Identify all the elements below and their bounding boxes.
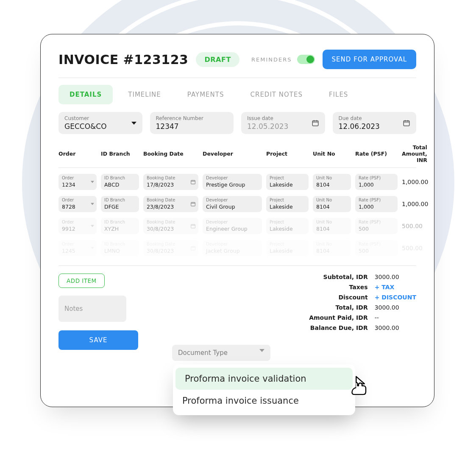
line-items-table: OrderID BranchBooking DateDeveloperProje… (58, 144, 416, 256)
reference-label: Reference Number (156, 115, 228, 121)
table-row: Order1245ID BranchLMNOBooking Date30/8/2… (58, 240, 416, 256)
notes-placeholder: Notes (64, 305, 83, 313)
order-select[interactable]: Order1234 (58, 174, 97, 190)
row-total: 500.00 (402, 245, 425, 251)
customer-label: Customer (64, 115, 127, 121)
document-type-dropdown: Proforma invoice validationProforma invo… (173, 364, 355, 415)
customer-select[interactable]: Customer GECCO&CO (58, 112, 142, 134)
booking-date-input[interactable]: Booking Date17/8/2023 (143, 174, 198, 190)
document-type-select[interactable]: Document Type (172, 345, 270, 361)
order-select[interactable]: Order9912 (58, 218, 97, 234)
row-total: 1,000.00 (402, 179, 431, 185)
total-label: Balance Due, IDR (309, 324, 368, 331)
dropdown-option[interactable]: Proforma invoice validation (175, 368, 353, 390)
developer-input[interactable]: DeveloperEngineer Group (203, 218, 262, 234)
svg-rect-4 (191, 224, 195, 228)
order-select[interactable]: Order8728 (58, 196, 97, 212)
developer-input[interactable]: DeveloperJacket Group (203, 240, 262, 256)
chevron-down-icon (91, 181, 94, 183)
column-header: Total Amount, INR (402, 144, 427, 163)
total-value: 3000.00 (375, 274, 416, 280)
branch-input[interactable]: ID BranchDFGE (101, 196, 139, 212)
total-label: Discount (309, 294, 368, 301)
project-input[interactable]: ProjectLakeside (266, 174, 309, 190)
row-total: 1,000.00 (402, 201, 431, 207)
footer-left: ADD ITEM Notes SAVE (58, 274, 309, 350)
total-value: 3000.00 (375, 324, 416, 331)
developer-input[interactable]: DeveloperCivil Group (203, 196, 262, 212)
chevron-down-icon (91, 247, 94, 249)
rate-input[interactable]: Rate (PSF)500 (355, 240, 398, 256)
tab-payments[interactable]: PAYMENTS (176, 85, 235, 104)
project-input[interactable]: ProjectLakeside (266, 218, 309, 234)
total-label: Total, IDR (309, 304, 368, 311)
reference-value: 12347 (156, 122, 228, 131)
branch-input[interactable]: ID BranchABCD (101, 174, 139, 190)
total-value: -- (375, 314, 416, 321)
column-header: Unit No (313, 151, 351, 157)
reminders-toggle[interactable]: REMINDERS (251, 55, 315, 64)
total-label: Taxes (309, 284, 368, 290)
toggle-knob (306, 56, 314, 63)
unit-input[interactable]: Unit No8104 (313, 174, 351, 190)
customer-value: GECCO&CO (64, 122, 127, 131)
rate-input[interactable]: Rate (PSF)500 (355, 218, 398, 234)
issue-date-input[interactable]: Issue date 12.05.2023 (241, 112, 325, 134)
reference-input[interactable]: Reference Number 12347 (150, 112, 234, 134)
table-row: Order9912ID BranchXYZHBooking Date30/8/2… (58, 218, 416, 234)
svg-rect-3 (191, 202, 195, 206)
order-select[interactable]: Order1245 (58, 240, 97, 256)
booking-date-input[interactable]: Booking Date30/8/2023 (143, 218, 198, 234)
svg-rect-5 (191, 246, 195, 250)
booking-date-input[interactable]: Booking Date23/8/2023 (143, 196, 198, 212)
project-input[interactable]: ProjectLakeside (266, 240, 309, 256)
svg-rect-1 (404, 121, 409, 126)
notes-input[interactable]: Notes (58, 296, 126, 322)
rate-input[interactable]: Rate (PSF)1,000 (355, 174, 398, 190)
table-body: Order1234ID BranchABCDBooking Date17/8/2… (58, 174, 416, 256)
totals-grid: Subtotal, IDR3000.00Taxes+ TAXDiscount+ … (309, 274, 416, 331)
chevron-down-icon (131, 122, 136, 125)
row-total: 500.00 (402, 223, 425, 229)
due-date-input[interactable]: Due date 12.06.2023 (333, 112, 417, 134)
cursor-pointer-icon (349, 374, 371, 397)
table-row: Order1234ID BranchABCDBooking Date17/8/2… (58, 174, 416, 190)
developer-input[interactable]: DeveloperPrestige Group (203, 174, 262, 190)
unit-input[interactable]: Unit No8104 (313, 218, 351, 234)
branch-input[interactable]: ID BranchLMNO (101, 240, 139, 256)
page-title: INVOICE #123123 (58, 52, 188, 67)
table-header: OrderID BranchBooking DateDeveloperProje… (58, 144, 416, 168)
footer-area: ADD ITEM Notes SAVE Subtotal, IDR3000.00… (58, 265, 416, 350)
tab-timeline[interactable]: TIMELINE (117, 85, 172, 104)
svg-rect-0 (312, 121, 318, 126)
total-link[interactable]: + TAX (375, 284, 416, 290)
tab-files[interactable]: FILES (318, 85, 359, 104)
send-for-approval-button[interactable]: SEND FOR APPROVAL (323, 50, 416, 69)
chevron-down-icon (91, 203, 94, 205)
column-header: Order (58, 151, 97, 157)
rate-input[interactable]: Rate (PSF)1,000 (355, 196, 398, 212)
save-button[interactable]: SAVE (58, 330, 138, 350)
total-link[interactable]: + DISCOUNT (375, 294, 416, 301)
total-value: 3000.00 (375, 304, 416, 311)
unit-input[interactable]: Unit No8104 (313, 240, 351, 256)
add-item-button[interactable]: ADD ITEM (58, 274, 105, 288)
invoice-card: INVOICE #123123 DRAFT REMINDERS SEND FOR… (40, 34, 434, 407)
tab-details[interactable]: DETAILS (58, 85, 113, 104)
branch-input[interactable]: ID BranchXYZH (101, 218, 139, 234)
dropdown-option[interactable]: Proforma invoice issuance (173, 390, 355, 412)
column-header: Developer (203, 151, 262, 157)
total-label: Amount Paid, IDR (309, 314, 368, 321)
booking-date-input[interactable]: Booking Date30/8/2023 (143, 240, 198, 256)
summary-fields: Customer GECCO&CO Reference Number 12347… (58, 112, 416, 134)
project-input[interactable]: ProjectLakeside (266, 196, 309, 212)
unit-input[interactable]: Unit No8104 (313, 196, 351, 212)
tab-credit-notes[interactable]: CREDIT NOTES (239, 85, 314, 104)
issue-date-label: Issue date (247, 115, 307, 121)
svg-rect-2 (191, 180, 195, 184)
table-row: Order8728ID BranchDFGEBooking Date23/8/2… (58, 196, 416, 212)
column-header: ID Branch (101, 151, 139, 157)
issue-date-value: 12.05.2023 (247, 122, 307, 131)
document-type-label: Document Type (178, 349, 228, 357)
divider (58, 78, 416, 78)
